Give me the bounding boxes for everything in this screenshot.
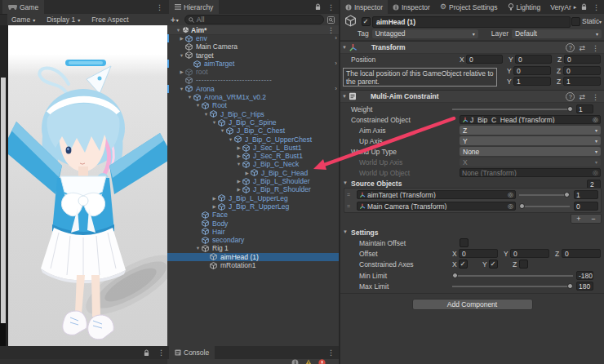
hierarchy-item-arona[interactable]: ▼Arona›: [167, 85, 339, 93]
foldout-open-icon[interactable]: ▼: [194, 244, 202, 252]
tab-inspector-1[interactable]: Inspector: [340, 0, 388, 14]
static-checkbox[interactable]: [571, 17, 580, 26]
foldout-closed-icon[interactable]: ▶: [243, 169, 251, 177]
foldout-closed-icon[interactable]: ▶: [211, 202, 218, 211]
source-weight-field[interactable]: 1: [574, 190, 598, 199]
tab-inspector-2[interactable]: Inspector: [388, 0, 435, 14]
source-object-field[interactable]: Main Camera (Transform) ◎: [357, 202, 516, 211]
info-count-icon[interactable]: [291, 359, 299, 364]
aim-axis-dropdown[interactable]: Z: [460, 126, 601, 135]
help-icon[interactable]: ?: [566, 92, 575, 101]
foldout-open-icon[interactable]: ▼: [340, 94, 349, 99]
hierarchy-item-aimhead-1[interactable]: aimHead (1): [167, 253, 339, 261]
foldout-open-icon[interactable]: ▼: [178, 51, 185, 60]
foldout-open-icon[interactable]: ▼: [202, 110, 210, 118]
warning-count-icon[interactable]: [304, 359, 313, 364]
hierarchy-item-aimtarget[interactable]: aimTarget›: [167, 60, 339, 68]
create-object-button[interactable]: +: [167, 16, 181, 24]
hierarchy-item-j-bip-c-hips[interactable]: ▼J_Bip_C_Hips: [167, 110, 339, 118]
tab-lighting[interactable]: Lighting: [503, 0, 546, 14]
hierarchy-item-j-bip-c-spine[interactable]: ▼J_Bip_C_Spine: [167, 118, 339, 127]
axis-x-checkbox[interactable]: [459, 260, 468, 269]
gameobject-cube-icon[interactable]: [344, 15, 357, 27]
rotation-y-field[interactable]: 0: [513, 66, 551, 75]
chevron-down-icon[interactable]: ▾: [352, 22, 354, 27]
axis-z-checkbox[interactable]: [519, 260, 528, 269]
lock-icon[interactable]: [581, 3, 587, 11]
tab-game[interactable]: Game: [2, 0, 44, 14]
hierarchy-item-main-camera[interactable]: Main Camera: [167, 42, 339, 51]
open-prefab-arrow-icon[interactable]: ›: [335, 34, 337, 42]
drag-handle-icon[interactable]: =: [347, 204, 353, 209]
tag-dropdown[interactable]: Untagged: [372, 29, 478, 38]
source-weight-slider[interactable]: [519, 190, 570, 199]
max-limit-field[interactable]: 180: [576, 282, 593, 291]
scale-y-field[interactable]: 1: [513, 77, 551, 86]
source-weight-field[interactable]: 0: [574, 202, 598, 211]
hierarchy-item-env[interactable]: ▶env›: [167, 34, 339, 42]
hierarchy-item-secondary[interactable]: secondary: [167, 236, 339, 244]
game-display-dropdown[interactable]: Display 1: [42, 16, 84, 24]
hierarchy-item-hair[interactable]: Hair: [167, 228, 339, 236]
source-object-row[interactable]: = Main Camera (Transform) ◎ 0: [344, 200, 601, 211]
min-limit-field[interactable]: -180: [576, 271, 593, 280]
offset-y-field[interactable]: 0: [510, 249, 549, 258]
scale-z-field[interactable]: 1: [563, 77, 601, 86]
gameobject-name-field[interactable]: aimHead (1): [372, 16, 571, 28]
active-checkbox[interactable]: [362, 17, 371, 26]
hierarchy-item-j-bip-c-upperchest[interactable]: ▼J_Bip_C_UpperChest: [167, 135, 339, 144]
transform-header[interactable]: ▼ Transform ?⇄: [340, 41, 604, 54]
search-window-icon[interactable]: [327, 16, 335, 24]
tab-veryanimation[interactable]: VeryAr: [545, 0, 579, 14]
panel-menu-kebab-icon[interactable]: [155, 348, 167, 357]
layer-dropdown[interactable]: Default: [512, 29, 602, 38]
up-axis-dropdown[interactable]: Y: [460, 136, 601, 145]
hierarchy-item-j-bip-c-head[interactable]: ▶J_Bip_C_Head: [167, 169, 339, 177]
foldout-open-icon[interactable]: ▼: [340, 45, 349, 50]
max-limit-slider[interactable]: [452, 282, 573, 291]
hierarchy-item-target[interactable]: ▼target: [167, 51, 339, 60]
source-object-field[interactable]: aimTarget (Transform) ◎: [357, 190, 516, 199]
offset-z-field[interactable]: 0: [562, 249, 601, 258]
static-flags-dropdown-icon[interactable]: [599, 19, 602, 24]
source-object-row[interactable]: = aimTarget (Transform) ◎ 1: [344, 189, 601, 200]
game-menu-kebab-icon[interactable]: [153, 0, 166, 14]
world-up-type-dropdown[interactable]: None: [460, 147, 601, 156]
component-kebab-icon[interactable]: [589, 44, 602, 52]
tab-console[interactable]: Console: [169, 346, 215, 359]
hierarchy-item-root[interactable]: ▼Root: [167, 101, 339, 109]
foldout-closed-icon[interactable]: ▶: [235, 144, 242, 152]
multi-aim-constraint-header[interactable]: ▼ Multi-Aim Constraint ?⇄: [340, 90, 604, 103]
hierarchy-item-face[interactable]: Face: [167, 211, 339, 219]
game-display-mode-dropdown[interactable]: Game: [7, 16, 39, 24]
foldout-closed-icon[interactable]: ▶: [235, 185, 242, 193]
help-icon[interactable]: ?: [566, 43, 575, 52]
foldout-open-icon[interactable]: ▼: [219, 127, 226, 135]
console-menu-kebab-icon[interactable]: [325, 346, 337, 359]
game-aspect-dropdown[interactable]: Free Aspect: [87, 16, 132, 24]
foldout-open-icon[interactable]: ▼: [343, 180, 348, 185]
hierarchy-item-body[interactable]: Body: [167, 220, 339, 228]
hierarchy-item-j-bip-c-neck[interactable]: ▼J_Bip_C_Neck: [167, 160, 339, 168]
foldout-open-icon[interactable]: ▼: [175, 28, 182, 33]
min-limit-slider[interactable]: [452, 271, 573, 280]
hierarchy-item-j-bip-c-chest[interactable]: ▼J_Bip_C_Chest: [167, 127, 339, 135]
hierarchy-item-arona-vrm1x-v0-2[interactable]: ▼Arona_VRM1x_v0.2: [167, 93, 339, 101]
foldout-closed-icon[interactable]: ▶: [235, 152, 242, 160]
offset-x-field[interactable]: 0: [459, 249, 498, 258]
hierarchy-item-rig-1[interactable]: ▼Rig 1: [167, 244, 339, 252]
foldout-closed-icon[interactable]: ▶: [211, 194, 218, 202]
hierarchy-item-root[interactable]: ▶root: [167, 68, 339, 76]
hierarchy-search-input[interactable]: All: [184, 15, 324, 24]
position-z-field[interactable]: 0: [564, 55, 601, 64]
open-prefab-arrow-icon[interactable]: ›: [335, 60, 337, 68]
weight-value-field[interactable]: 1: [576, 104, 593, 113]
rotation-z-field[interactable]: 0: [563, 66, 601, 75]
presets-icon[interactable]: ⇄: [579, 44, 585, 52]
hierarchy-item-j-bip-r-shoulder[interactable]: ▶J_Bip_R_Shoulder: [167, 185, 339, 193]
error-count-icon[interactable]: [318, 359, 326, 364]
position-x-field[interactable]: 0: [466, 55, 503, 64]
object-picker-icon[interactable]: ◎: [593, 116, 598, 123]
add-source-button[interactable]: +: [576, 215, 580, 223]
foldout-open-icon[interactable]: ▼: [194, 101, 202, 109]
